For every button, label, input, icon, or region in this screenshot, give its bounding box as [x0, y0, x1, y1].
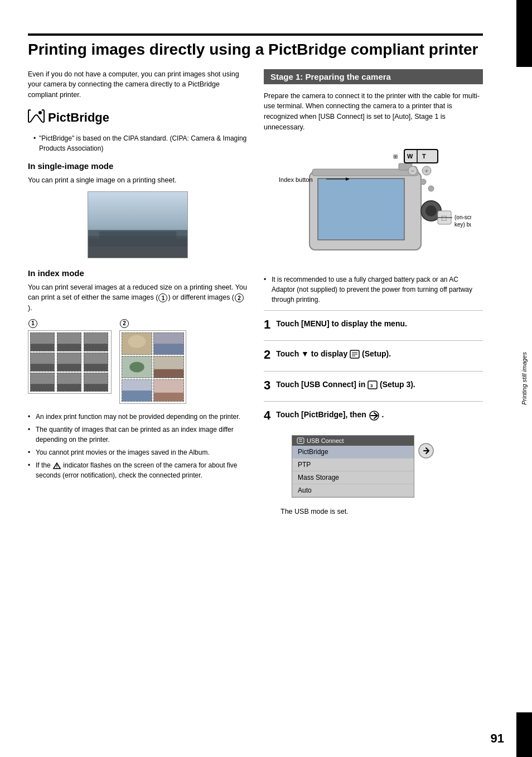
svg-text:W: W [407, 153, 413, 160]
note-item-2: The quantity of images that can be print… [28, 425, 247, 445]
index-cell-2 [122, 332, 152, 355]
svg-rect-21 [57, 384, 81, 391]
svg-text:−: − [411, 168, 414, 174]
index-mode-text: You can print several images at a reduce… [28, 282, 247, 314]
note-item-3: You cannot print movies or the images sa… [28, 447, 247, 457]
index-group-2: 2 [119, 319, 186, 404]
svg-rect-17 [84, 364, 108, 371]
svg-rect-7 [31, 344, 54, 351]
index-cell [84, 332, 108, 351]
svg-point-0 [38, 111, 42, 114]
notes-list: An index print function may not be provi… [28, 412, 247, 480]
usb-menu-item-auto[interactable]: Auto [292, 484, 414, 497]
intro-text: Even if you do not have a computer, you … [28, 69, 247, 100]
svg-rect-31 [154, 369, 183, 378]
svg-rect-5 [88, 238, 187, 257]
step-3: 3 Touch [USB Connect] in 3 (Setup 3). [264, 371, 483, 402]
svg-rect-23 [84, 384, 108, 391]
svg-rect-27 [154, 344, 183, 354]
index-cell [57, 373, 81, 392]
main-content: Printing images directly using a PictBri… [0, 17, 516, 547]
index-cell [57, 353, 81, 372]
index-cell [57, 332, 81, 351]
usb-menu-item-ptp[interactable]: PTP [292, 459, 414, 471]
svg-rect-9 [57, 344, 81, 351]
stage-text: Prepare the camera to connect it to the … [264, 91, 483, 133]
page-number: 91 [491, 731, 504, 746]
circle-1: 1 [158, 293, 167, 302]
svg-rect-35 [154, 393, 183, 401]
usb-menu-item-mass-storage[interactable]: Mass Storage [292, 471, 414, 484]
sidebar-label: Printing still images [521, 350, 528, 407]
svg-text:(on-screen: (on-screen [454, 214, 471, 220]
index-cell [84, 353, 108, 372]
step-3-text: Touch [USB Connect] in 3 (Setup 3). [276, 379, 483, 390]
svg-rect-33 [122, 390, 152, 401]
single-image-text: You can print a single image on a printi… [28, 175, 247, 186]
usb-mode-text: The USB mode is set. [280, 507, 483, 517]
svg-rect-15 [57, 364, 81, 371]
step-2: 2 Touch ▼ to display (Setup). [264, 340, 483, 371]
svg-rect-11 [84, 344, 108, 351]
svg-rect-13 [31, 364, 54, 371]
index-cell [30, 353, 55, 372]
svg-rect-4 [99, 231, 176, 241]
index-cell-2 [153, 356, 184, 378]
index-mode-heading: In index mode [28, 268, 247, 278]
svg-rect-39 [318, 179, 404, 240]
camera-diagram: W T ⊞ Index button − + [276, 138, 471, 267]
step-1: 1 Touch [MENU] to display the menu. [264, 310, 483, 341]
index-grid-1 [28, 330, 112, 394]
note-item-1: An index print function may not be provi… [28, 412, 247, 422]
svg-rect-19 [31, 384, 54, 391]
step-1-number: 1 [264, 319, 270, 331]
usb-menu-item-pictbridge[interactable]: PictBridge [292, 446, 414, 459]
step-2-number: 2 [264, 349, 270, 361]
svg-point-37 [56, 467, 57, 469]
svg-point-62 [420, 179, 426, 185]
svg-rect-71 [297, 438, 304, 443]
pictbridge-note: "PictBridge" is based on the CIPA standa… [33, 133, 247, 153]
svg-text:Index button: Index button [279, 176, 313, 183]
index-cell [30, 332, 55, 351]
svg-text:key) button: key) button [454, 221, 471, 228]
svg-point-42 [425, 205, 437, 216]
index-label-2: 2 [119, 319, 129, 328]
usb-menu-header-text: USB Connect [307, 437, 344, 444]
pictbridge-icon [28, 108, 45, 128]
svg-point-63 [428, 186, 434, 191]
index-cell-2 [153, 379, 184, 402]
svg-text:3: 3 [370, 383, 373, 388]
usb-menu: USB Connect PictBridge PTP Mass Storage … [292, 435, 414, 498]
svg-text:T: T [422, 153, 426, 160]
svg-point-29 [129, 361, 144, 372]
step-4: 4 Touch [PictBridge], then . [264, 401, 483, 530]
svg-text:⊞: ⊞ [393, 153, 398, 160]
return-arrow [418, 443, 434, 462]
index-group-1: 1 [28, 319, 112, 394]
page-container: Printing still images Printing images di… [0, 0, 532, 757]
battery-note: It is recommended to use a fully charged… [264, 274, 483, 305]
sidebar-vertical: Printing still images [516, 0, 532, 757]
index-grid-2 [119, 330, 186, 404]
usb-menu-header: USB Connect [292, 436, 414, 446]
index-cell-2 [153, 332, 184, 355]
pictbridge-logo: PictBridge [28, 108, 247, 128]
single-image-heading: In single-image mode [28, 161, 247, 171]
index-grid-2-inner [122, 332, 184, 402]
single-image-placeholder [88, 191, 188, 258]
pictbridge-label: PictBridge [48, 110, 109, 125]
stage-header: Stage 1: Preparing the camera [264, 69, 483, 84]
two-column-layout: Even if you do not have a computer, you … [28, 69, 483, 531]
index-cell [84, 373, 108, 392]
step-2-text: Touch ▼ to display (Setup). [276, 349, 483, 360]
index-cell [30, 373, 55, 392]
step-1-text: Touch [MENU] to display the menu. [276, 319, 483, 330]
index-label-1: 1 [28, 319, 38, 328]
left-column: Even if you do not have a computer, you … [28, 69, 247, 531]
pictbridge-notes: "PictBridge" is based on the CIPA standa… [28, 133, 247, 153]
camera-svg: W T ⊞ Index button − + [276, 138, 471, 267]
index-cell-2 [122, 356, 152, 378]
usb-menu-container: USB Connect PictBridge PTP Mass Storage … [280, 430, 414, 502]
index-cell-2 [122, 379, 152, 402]
